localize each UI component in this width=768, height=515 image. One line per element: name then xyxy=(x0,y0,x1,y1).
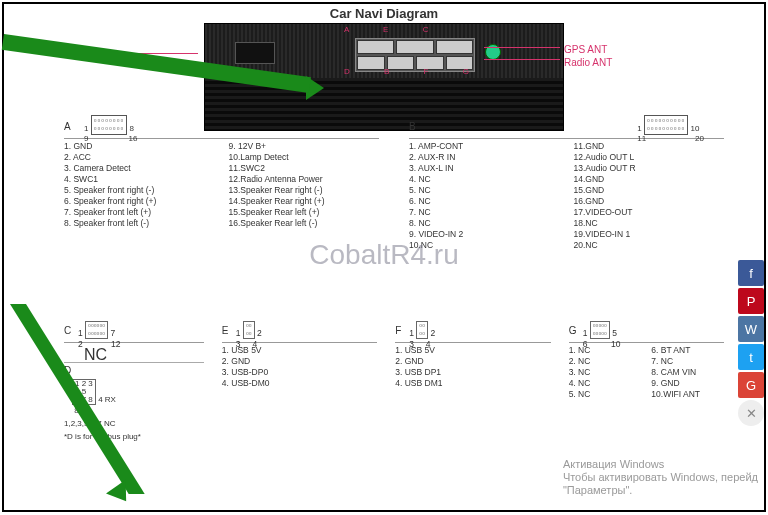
share-twitter[interactable]: t xyxy=(738,344,764,370)
connector-g-pins: 1. NC2. NC3. NC4. NC 5. NC6. BT ANT7. NC… xyxy=(569,345,724,400)
connector-b-block: 1 ▫▫▫▫▫▫▫▫▫▫▫▫▫▫▫▫▫▫▫▫ 10 11 20 B 1. AMP… xyxy=(409,138,724,338)
gps-line xyxy=(484,47,560,48)
radio-ant-label: Radio ANT xyxy=(564,56,612,69)
connector-b-label: B xyxy=(409,121,416,132)
share-facebook[interactable]: f xyxy=(738,260,764,286)
connector-g-diagram: 1 ▫▫▫▫▫▫▫▫▫▫ 5 6 10 xyxy=(583,321,621,350)
connector-a-pins: 1. GND2. ACC3. Camera Detect4. SWC1 5. S… xyxy=(64,141,379,229)
share-google[interactable]: G xyxy=(738,372,764,398)
connector-e-block: E 1 ▫▫▫▫ 2 3 4 1. USB 5V2. GND3. USB-DP0… xyxy=(222,342,377,492)
diagram-frame: Car Navi Diagram Fuse A E C D B F G GPS … xyxy=(2,2,766,512)
connector-a-diagram: 1 ▫▫▫▫▫▫▫▫▫▫▫▫▫▫▫▫ 8 9 16 xyxy=(84,115,137,143)
diagram-title: Car Navi Diagram xyxy=(4,4,764,23)
pinout-grid: 1 ▫▫▫▫▫▫▫▫▫▫▫▫▫▫▫▫ 8 9 16 A 1. GND2. ACC… xyxy=(64,138,724,504)
gps-ant-label: GPS ANT xyxy=(564,43,612,56)
connector-f-label: F xyxy=(395,325,401,336)
share-vk[interactable]: W xyxy=(738,316,764,342)
green-arrow-bottom xyxy=(4,304,134,494)
connector-f-block: F 1 ▫▫▫▫ 2 3 4 1. USB 5V2. GND3. USB DP1… xyxy=(395,342,550,492)
connector-e-label: E xyxy=(222,325,229,336)
connector-f-diagram: 1 ▫▫▫▫ 2 3 4 xyxy=(409,321,435,350)
connector-f-pins: 1. USB 5V2. GND3. USB DP14. USB DM1 xyxy=(395,345,550,389)
connector-a-label: A xyxy=(64,121,71,132)
social-sidebar: f P W t G ✕ xyxy=(738,260,764,428)
connector-g-label: G xyxy=(569,325,577,336)
connector-e-pins: 1. USB 5V2. GND3. USB-DP04. USB-DM0 xyxy=(222,345,377,389)
connector-b-diagram: 1 ▫▫▫▫▫▫▫▫▫▫▫▫▫▫▫▫▫▫▫▫ 10 11 20 xyxy=(637,115,704,143)
green-arrow-top xyxy=(4,34,314,84)
connector-b-pins: 1. AMP-CONT2. AUX-R IN3. AUX-L IN4. NC 5… xyxy=(409,141,724,251)
bottom-port-letters: D B F G xyxy=(344,67,485,76)
share-pinterest[interactable]: P xyxy=(738,288,764,314)
radio-line xyxy=(484,59,560,60)
antenna-labels: GPS ANT Radio ANT xyxy=(564,43,612,69)
top-port-letters: A E C xyxy=(344,25,444,34)
connector-e-diagram: 1 ▫▫▫▫ 2 3 4 xyxy=(236,321,262,350)
windows-activation-overlay: Активация Windows Чтобы активировать Win… xyxy=(563,458,758,497)
close-icon[interactable]: ✕ xyxy=(738,400,764,426)
